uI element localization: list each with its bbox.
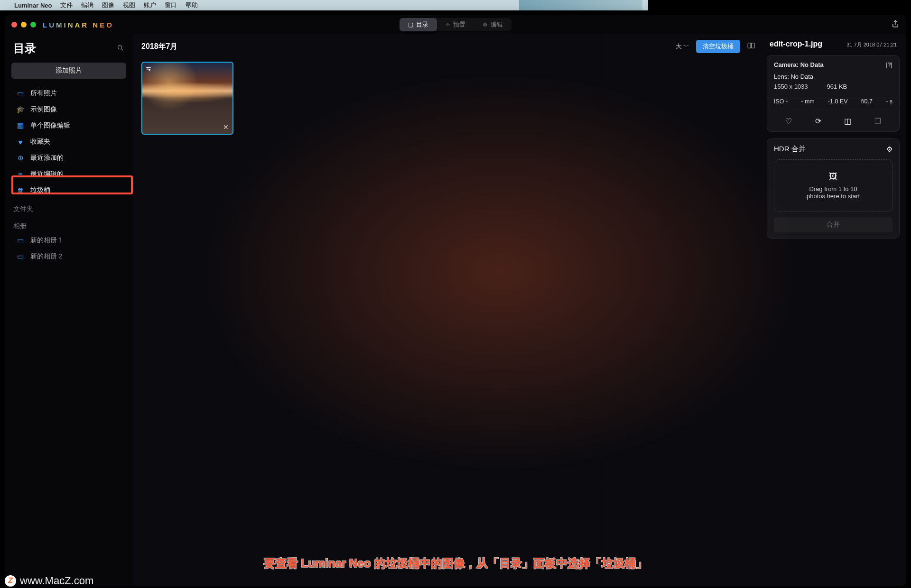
grad-cap-icon: 🎓	[16, 105, 25, 114]
sidebar-item-recently-added[interactable]: ⊕最近添加的	[5, 150, 133, 166]
mode-segmented-control: ▢ 目录 ✧ 预置 ⚙ 编辑	[400, 18, 511, 31]
tab-edit[interactable]: ⚙ 编辑	[474, 18, 511, 31]
svg-point-3	[147, 67, 148, 68]
sidebar-item-label: 垃圾桶	[30, 186, 50, 194]
group-date-heading: 2018年7月	[141, 42, 178, 52]
menubar-item-edit[interactable]: 编辑	[81, 1, 93, 9]
sidebar-item-single-edits[interactable]: ▦单个图像编辑	[5, 118, 133, 134]
sidebar-item-label: 新的相册 1	[30, 236, 63, 245]
menubar-item-file[interactable]: 文件	[60, 1, 73, 9]
sidebar-item-trash[interactable]: 🗑垃圾桶	[5, 182, 133, 198]
sliders-icon: ≡	[16, 170, 25, 178]
image-thumbnail[interactable]: ✕	[141, 62, 233, 135]
menubar-item-image[interactable]: 图像	[102, 1, 114, 9]
photos-icon: ▭	[16, 89, 25, 98]
edited-badge-icon	[145, 65, 152, 74]
sidebar-item-favorites[interactable]: ♥收藏夹	[5, 134, 133, 150]
tab-catalog-label: 目录	[416, 20, 428, 29]
sidebar-album[interactable]: ▭新的相册 2	[5, 248, 133, 265]
menubar-item-view[interactable]: 视图	[123, 1, 135, 9]
sidebar-album[interactable]: ▭新的相册 1	[5, 232, 133, 248]
sidebar-section-folders[interactable]: 文件夹	[5, 198, 133, 215]
minimize-window-button[interactable]	[21, 22, 27, 28]
sparkle-icon: ✧	[446, 21, 450, 28]
add-photos-button[interactable]: 添加照片	[11, 63, 126, 79]
titlebar: LUMINAR NEO ▢ 目录 ✧ 预置 ⚙ 编辑	[5, 15, 648, 34]
sidebar-item-label: 所有照片	[30, 89, 57, 98]
traffic-lights	[11, 22, 36, 28]
sidebar-section-albums[interactable]: 相册	[5, 215, 133, 232]
sidebar-item-label: 示例图像	[30, 105, 57, 114]
trash-icon: 🗑	[16, 186, 25, 194]
sidebar-item-label: 单个图像编辑	[30, 121, 70, 130]
album-icon: ▭	[16, 252, 25, 261]
sidebar-item-label: 最近添加的	[30, 154, 64, 162]
folder-icon: ▢	[408, 21, 413, 28]
sidebar-item-label: 收藏夹	[30, 138, 50, 146]
mac-menubar: Luminar Neo 文件 编辑 图像 视图 账户 窗口 帮助	[0, 0, 648, 10]
app-brand: LUMINAR NEO	[43, 21, 114, 29]
main-content: 2018年7月 大 ﹀ 清空垃圾桶 ✕	[133, 34, 648, 418]
fullscreen-window-button[interactable]	[30, 22, 36, 28]
sidebar: 目录 添加照片 ▭所有照片 🎓示例图像 ▦单个图像编辑 ♥收藏夹 ⊕最近添加的 …	[5, 34, 133, 418]
heart-icon: ♥	[16, 138, 25, 146]
sidebar-item-label: 新的相册 2	[30, 252, 63, 261]
tab-catalog[interactable]: ▢ 目录	[400, 18, 437, 31]
remove-thumbnail-icon[interactable]: ✕	[223, 123, 229, 131]
sidebar-item-recently-edited[interactable]: ≡最近编辑的	[5, 166, 133, 182]
sidebar-item-label: 最近编辑的	[30, 170, 64, 178]
menubar-app-name[interactable]: Luminar Neo	[14, 2, 52, 9]
search-icon[interactable]	[117, 44, 124, 53]
svg-point-4	[149, 69, 150, 70]
sidebar-item-sample-images[interactable]: 🎓示例图像	[5, 101, 133, 118]
menubar-item-account[interactable]: 账户	[144, 1, 156, 9]
sliders-icon: ⚙	[483, 21, 488, 28]
app-window: LUMINAR NEO ▢ 目录 ✧ 预置 ⚙ 编辑 目录	[5, 15, 648, 418]
menubar-item-window[interactable]: 窗口	[165, 1, 177, 9]
sidebar-item-all-photos[interactable]: ▭所有照片	[5, 85, 133, 101]
grid-icon: ▦	[16, 121, 25, 130]
svg-point-0	[118, 45, 122, 49]
album-icon: ▭	[16, 236, 25, 245]
menubar-right-extras	[519, 0, 642, 10]
sidebar-title: 目录	[13, 41, 36, 56]
menubar-item-help[interactable]: 帮助	[186, 1, 198, 9]
tab-presets-label: 预置	[453, 20, 465, 29]
tab-edit-label: 编辑	[491, 20, 503, 29]
plus-circle-icon: ⊕	[16, 154, 25, 162]
close-window-button[interactable]	[11, 22, 17, 28]
tab-presets[interactable]: ✧ 预置	[437, 18, 474, 31]
